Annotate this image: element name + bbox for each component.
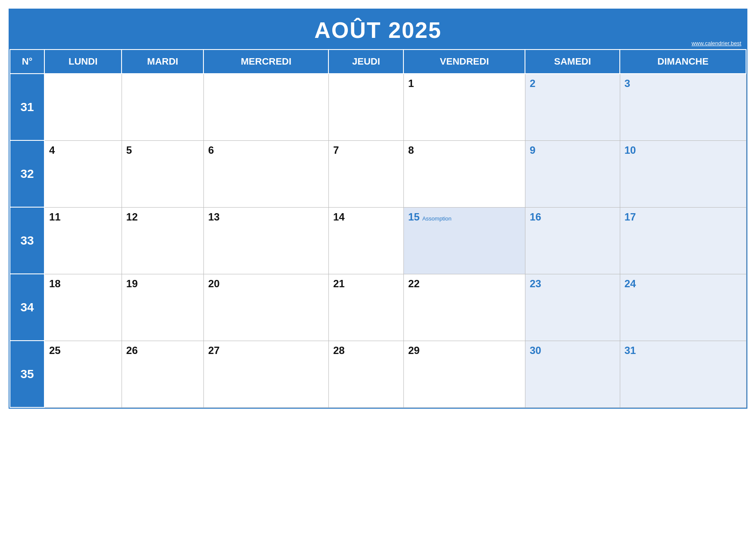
- calendar-day: 10: [620, 140, 746, 207]
- calendar-header: AOÛT 2025 www.calendrier.best: [9, 9, 747, 49]
- week-number: 31: [10, 74, 44, 140]
- calendar-title: AOÛT 2025: [14, 17, 742, 43]
- day-number: 2: [530, 78, 535, 90]
- calendar-grid: N° LUNDI MARDI MERCREDI JEUDI VENDREDI S…: [9, 49, 747, 408]
- calendar-day: [203, 74, 328, 140]
- calendar-day: 18: [44, 274, 122, 341]
- calendar-day: 1: [403, 74, 525, 140]
- day-number: 16: [530, 211, 541, 223]
- calendar-day: 8: [403, 140, 525, 207]
- calendar-day: 7: [328, 140, 403, 207]
- day-number: 28: [333, 345, 345, 357]
- day-number: 22: [408, 278, 420, 290]
- calendar-day: 12: [122, 207, 203, 274]
- week-row: 3418192021222324: [10, 274, 746, 341]
- day-number: 30: [530, 345, 541, 357]
- calendar-day: 17: [620, 207, 746, 274]
- calendar-day: 24: [620, 274, 746, 341]
- day-event: Assomption: [422, 215, 452, 222]
- day-number: 9: [530, 144, 535, 156]
- day-number: 10: [625, 144, 636, 156]
- header-mardi: MARDI: [122, 50, 203, 74]
- day-number: 24: [625, 278, 636, 290]
- calendar-day: 3: [620, 74, 746, 140]
- day-number: 26: [126, 345, 138, 357]
- calendar-day: 19: [122, 274, 203, 341]
- week-number: 33: [10, 207, 44, 274]
- week-number: 32: [10, 140, 44, 207]
- day-number: 23: [530, 278, 541, 290]
- header-week-num: N°: [10, 50, 44, 74]
- calendar-day: 15Assomption: [403, 207, 525, 274]
- calendar-day: 11: [44, 207, 122, 274]
- day-number: 1: [408, 78, 414, 90]
- header-vendredi: VENDREDI: [403, 50, 525, 74]
- calendar-day: [328, 74, 403, 140]
- calendar-day: 25: [44, 341, 122, 407]
- day-number: 5: [126, 144, 132, 156]
- day-number: 8: [408, 144, 414, 156]
- day-number: 21: [333, 278, 345, 290]
- calendar-day: [122, 74, 203, 140]
- header-mercredi: MERCREDI: [203, 50, 328, 74]
- calendar-day: 21: [328, 274, 403, 341]
- calendar-day: 20: [203, 274, 328, 341]
- calendar-day: 29: [403, 341, 525, 407]
- calendar-day: 28: [328, 341, 403, 407]
- calendar-container: AOÛT 2025 www.calendrier.best N° LUNDI M…: [9, 9, 747, 409]
- day-number: 6: [208, 144, 214, 156]
- calendar-day: 23: [525, 274, 620, 341]
- day-number: 20: [208, 278, 220, 290]
- calendar-day: [44, 74, 122, 140]
- calendar-day: 2: [525, 74, 620, 140]
- day-number: 13: [208, 211, 220, 223]
- calendar-day: 9: [525, 140, 620, 207]
- calendar-day: 4: [44, 140, 122, 207]
- calendar-day: 22: [403, 274, 525, 341]
- calendar-day: 26: [122, 341, 203, 407]
- header-jeudi: JEUDI: [328, 50, 403, 74]
- day-number: 29: [408, 345, 420, 357]
- day-number: 31: [625, 345, 636, 357]
- calendar-day: 31: [620, 341, 746, 407]
- day-number: 19: [126, 278, 138, 290]
- day-number: 7: [333, 144, 339, 156]
- day-number: 15: [408, 211, 420, 223]
- calendar-day: 30: [525, 341, 620, 407]
- week-row: 331112131415Assomption1617: [10, 207, 746, 274]
- calendar-day: 6: [203, 140, 328, 207]
- day-number: 3: [625, 78, 630, 90]
- calendar-day: 27: [203, 341, 328, 407]
- day-number: 4: [49, 144, 55, 156]
- week-number: 34: [10, 274, 44, 341]
- calendar-day: 14: [328, 207, 403, 274]
- website-link: www.calendrier.best: [691, 40, 741, 47]
- calendar-day: 16: [525, 207, 620, 274]
- day-number: 17: [625, 211, 636, 223]
- day-number: 18: [49, 278, 61, 290]
- week-row: 3525262728293031: [10, 341, 746, 407]
- column-headers: N° LUNDI MARDI MERCREDI JEUDI VENDREDI S…: [10, 50, 746, 74]
- day-number: 25: [49, 345, 61, 357]
- day-number: 14: [333, 211, 345, 223]
- header-lundi: LUNDI: [44, 50, 122, 74]
- calendar-day: 5: [122, 140, 203, 207]
- week-row: 31123: [10, 74, 746, 140]
- day-number: 12: [126, 211, 138, 223]
- header-dimanche: DIMANCHE: [620, 50, 746, 74]
- week-row: 3245678910: [10, 140, 746, 207]
- week-number: 35: [10, 341, 44, 407]
- header-samedi: SAMEDI: [525, 50, 620, 74]
- day-number: 27: [208, 345, 220, 357]
- day-number: 11: [49, 211, 61, 223]
- calendar-day: 13: [203, 207, 328, 274]
